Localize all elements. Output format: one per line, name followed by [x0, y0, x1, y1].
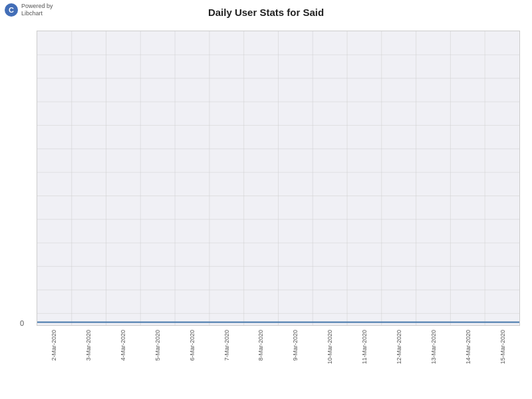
x-axis-label: 15-Mar-2020 [485, 330, 520, 364]
x-axis-label: 3-Mar-2020 [71, 330, 106, 361]
x-axis-label: 4-Mar-2020 [106, 330, 140, 361]
x-axis-label: 11-Mar-2020 [347, 330, 382, 364]
chart-area [37, 31, 520, 326]
x-axis-label: 10-Mar-2020 [313, 330, 347, 364]
x-axis-container: 2-Mar-20203-Mar-20204-Mar-20205-Mar-2020… [37, 326, 520, 399]
x-axis-label: 7-Mar-2020 [209, 330, 244, 361]
chart-title: Daily User Stats for Said [0, 7, 532, 18]
chart-svg [37, 31, 519, 325]
x-axis-label: 14-Mar-2020 [451, 330, 485, 364]
x-axis-label: 9-Mar-2020 [278, 330, 313, 361]
x-axis-label: 5-Mar-2020 [140, 330, 175, 361]
chart-container: C Powered by Libchart Daily User Stats f… [0, 0, 532, 399]
x-axis-label: 13-Mar-2020 [416, 330, 451, 364]
x-axis-label: 6-Mar-2020 [175, 330, 209, 361]
x-axis-label: 12-Mar-2020 [382, 330, 416, 364]
x-axis-label: 8-Mar-2020 [244, 330, 279, 361]
x-axis-label: 2-Mar-2020 [37, 330, 71, 361]
y-axis-zero-label: 0 [20, 319, 24, 327]
